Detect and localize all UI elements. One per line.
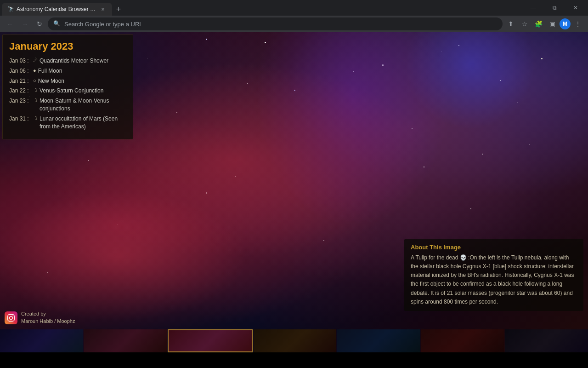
- active-tab[interactable]: 🔭 Astronomy Calendar Browser Ex... ✕: [2, 3, 112, 16]
- creator-label: Created by: [21, 310, 75, 317]
- thumbnail-1[interactable]: [0, 329, 83, 352]
- creator-text: Created by Maroun Habib / Moophz: [21, 310, 75, 325]
- window-controls: — ⧉ ✕: [523, 0, 586, 16]
- address-text: Search Google or type a URL: [64, 21, 143, 28]
- tab-title: Astronomy Calendar Browser Ex...: [17, 6, 96, 12]
- event-text-5: Moon-Saturn & Moon-Venus conjunctions: [40, 97, 126, 113]
- content-area: January 2023 Jan 03 : ☄ Quadrantids Mete…: [0, 32, 588, 352]
- tab-bar: 🔭 Astronomy Calendar Browser Ex... ✕ + —…: [0, 0, 588, 16]
- instagram-icon: [5, 311, 17, 324]
- event-date-3: Jan 21 :: [9, 77, 31, 85]
- event-icon-1: ☄: [33, 57, 38, 64]
- new-tab-button[interactable]: +: [112, 3, 125, 16]
- thumbnail-strip: [0, 329, 588, 352]
- event-icon-2: ●: [33, 67, 36, 74]
- calendar-event-1: Jan 03 : ☄ Quadrantids Meteor Shower: [9, 57, 126, 65]
- event-icon-5: ☽: [33, 97, 38, 104]
- toolbar-icons: ⬆ ☆ 🧩 ▣ M ⋮: [504, 17, 584, 30]
- event-text-4: Venus-Saturn Conjunction: [40, 87, 103, 95]
- search-icon: 🔍: [53, 20, 61, 28]
- event-text-1: Quadrantids Meteor Shower: [40, 57, 108, 65]
- event-icon-6: ☽: [33, 115, 38, 122]
- sidebar-icon[interactable]: ▣: [546, 17, 559, 30]
- back-button[interactable]: ←: [4, 17, 17, 30]
- thumbnail-7[interactable]: [505, 329, 588, 352]
- thumbnail-5[interactable]: [337, 329, 420, 352]
- calendar-title: January 2023: [9, 40, 126, 52]
- event-date-2: Jan 06 :: [9, 67, 31, 75]
- event-icon-3: ○: [33, 77, 36, 84]
- calendar-panel: January 2023 Jan 03 : ☄ Quadrantids Mete…: [2, 34, 133, 139]
- event-text-6: Lunar occultation of Mars (Seen from the…: [40, 115, 126, 131]
- event-text-3: New Moon: [38, 77, 64, 85]
- restore-button[interactable]: ⧉: [544, 0, 565, 16]
- address-bar[interactable]: 🔍 Search Google or type a URL: [48, 17, 503, 30]
- creator-name: Maroun Habib / Moophz: [21, 318, 75, 325]
- thumbnail-3[interactable]: [168, 329, 253, 352]
- calendar-event-2: Jan 06 : ● Full Moon: [9, 67, 126, 75]
- event-date-6: Jan 31 :: [9, 115, 31, 123]
- forward-button[interactable]: →: [18, 17, 31, 30]
- extensions-icon[interactable]: 🧩: [532, 17, 545, 30]
- image-info-title: About This Image: [411, 244, 577, 251]
- profile-button[interactable]: M: [560, 18, 571, 29]
- thumbnail-6[interactable]: [421, 329, 504, 352]
- calendar-event-3: Jan 21 : ○ New Moon: [9, 77, 126, 85]
- tab-favicon: 🔭: [7, 6, 14, 12]
- event-date-1: Jan 03 :: [9, 57, 31, 65]
- reload-button[interactable]: ↻: [33, 17, 46, 30]
- share-icon[interactable]: ⬆: [504, 17, 517, 30]
- browser-chrome: 🔭 Astronomy Calendar Browser Ex... ✕ + —…: [0, 0, 588, 32]
- image-info-panel: About This Image A Tulip for the dead 💀 …: [404, 239, 583, 311]
- event-date-4: Jan 22 :: [9, 87, 31, 95]
- event-date-5: Jan 23 :: [9, 97, 31, 105]
- calendar-event-6: Jan 31 : ☽ Lunar occultation of Mars (Se…: [9, 115, 126, 131]
- minimize-button[interactable]: —: [523, 0, 544, 16]
- address-bar-row: ← → ↻ 🔍 Search Google or type a URL ⬆ ☆ …: [0, 16, 588, 32]
- calendar-event-5: Jan 23 : ☽ Moon-Saturn & Moon-Venus conj…: [9, 97, 126, 113]
- creator-credit: Created by Maroun Habib / Moophz: [5, 310, 75, 325]
- close-button[interactable]: ✕: [565, 0, 586, 16]
- thumbnail-4[interactable]: [254, 329, 337, 352]
- event-icon-4: ☽: [33, 87, 38, 94]
- calendar-event-4: Jan 22 : ☽ Venus-Saturn Conjunction: [9, 87, 126, 95]
- tab-close-button[interactable]: ✕: [99, 6, 107, 13]
- thumbnail-2[interactable]: [84, 329, 167, 352]
- menu-icon[interactable]: ⋮: [571, 17, 584, 30]
- image-info-text: A Tulip for the dead 💀 :On the left is t…: [411, 253, 577, 306]
- event-text-2: Full Moon: [38, 67, 62, 75]
- bookmark-icon[interactable]: ☆: [518, 17, 531, 30]
